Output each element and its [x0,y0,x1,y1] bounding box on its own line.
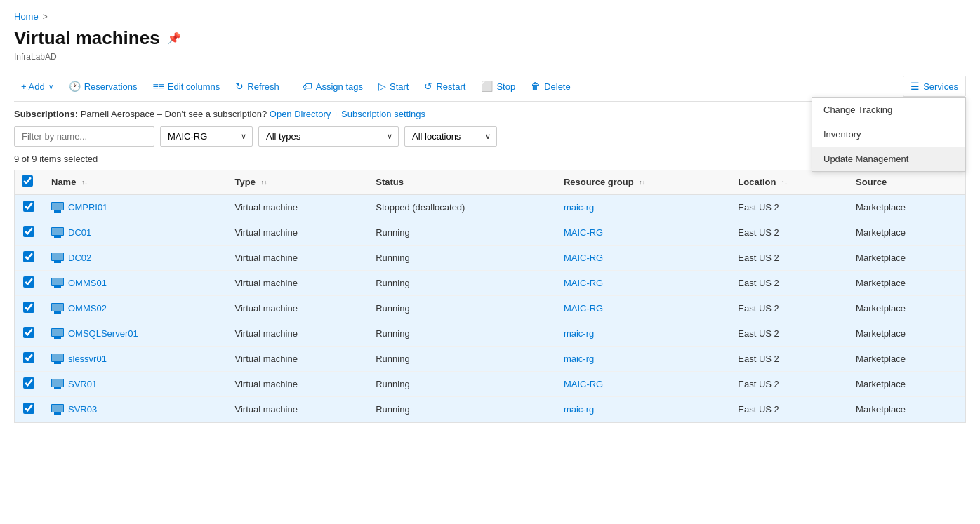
rg-link[interactable]: MAIC-RG [564,278,603,288]
row-name: OMSQLServer01 [43,321,227,347]
vm-name-link[interactable]: OMSQLServer01 [51,328,218,340]
row-checkbox[interactable] [23,201,34,212]
row-source: Marketplace [847,195,965,220]
svg-rect-29 [54,387,61,389]
refresh-icon: ↻ [235,81,244,92]
row-type: Virtual machine [227,246,368,271]
row-resource-group: maic-rg [555,347,729,372]
type-filter[interactable]: All types ∨ [258,126,399,147]
type-select[interactable]: All types [259,127,392,146]
services-button[interactable]: ☰ Services [903,76,966,97]
row-checkbox[interactable] [23,251,34,262]
row-type: Virtual machine [227,296,368,321]
add-button[interactable]: + Add ∨ [14,77,60,96]
row-resource-group: MAIC-RG [555,372,729,397]
row-checkbox[interactable] [23,226,34,237]
location-header: Location ↑↓ [729,170,847,195]
location-sort[interactable]: ↑↓ [781,180,788,186]
row-location: East US 2 [729,246,847,271]
rg-link[interactable]: maic-rg [564,404,594,415]
services-label: Services [923,81,958,92]
row-checkbox[interactable] [23,377,34,389]
name-sort[interactable]: ↑↓ [81,180,88,186]
rg-link[interactable]: maic-rg [564,328,594,339]
table-header-row: Name ↑↓ Type ↑↓ Status Resource group ↑↓… [15,170,965,195]
rg-link[interactable]: maic-rg [564,354,594,364]
vm-name-text: slessvr01 [68,354,107,364]
subscriptions-label: Subscriptions: [14,109,78,119]
row-checkbox[interactable] [23,276,34,288]
row-resource-group: MAIC-RG [555,271,729,296]
open-directory-link[interactable]: Open Directory + Subscription settings [270,109,425,119]
row-checkbox-cell[interactable] [15,347,43,372]
rg-link[interactable]: maic-rg [564,202,594,213]
row-checkbox-cell[interactable] [15,397,43,422]
pin-icon[interactable]: 📌 [167,32,181,45]
select-all-checkbox[interactable] [22,175,33,187]
vm-name-link[interactable]: SVR01 [51,379,218,390]
table-row: SVR01 Virtual machine Running MAIC-RG Ea… [15,372,965,397]
row-location: East US 2 [729,372,847,397]
restart-label: Restart [436,81,465,92]
svg-rect-7 [52,228,63,235]
row-checkbox[interactable] [23,327,34,338]
resource-group-select[interactable]: MAIC-RG [161,127,252,146]
breadcrumb-home[interactable]: Home [14,11,39,22]
vm-name-text: DC02 [68,253,91,263]
rg-link[interactable]: MAIC-RG [564,253,603,263]
resource-group-header: Resource group ↑↓ [555,170,729,195]
row-checkbox-cell[interactable] [15,271,43,296]
vm-name-link[interactable]: DC01 [51,227,218,239]
svg-rect-9 [54,261,61,263]
row-checkbox[interactable] [23,352,34,363]
assign-tags-button[interactable]: 🏷 Assign tags [296,76,370,96]
vm-name-text: OMSQLServer01 [68,328,138,339]
name-filter-input[interactable] [14,126,154,147]
reservations-button[interactable]: 🕐 Reservations [62,76,145,96]
row-resource-group: maic-rg [555,195,729,220]
vm-name-text: DC01 [68,227,91,238]
svg-rect-35 [52,405,63,412]
vm-name-link[interactable]: DC02 [51,253,218,264]
svg-rect-13 [54,286,61,288]
row-checkbox[interactable] [23,302,34,313]
rg-link[interactable]: MAIC-RG [564,303,603,314]
row-checkbox-cell[interactable] [15,321,43,347]
vm-name-link[interactable]: OMMS01 [51,278,218,289]
page-wrapper: Home > Virtual machines 📌 InfraLabAD + A… [0,0,980,434]
edit-columns-button[interactable]: ≡≡ Edit columns [146,76,227,96]
location-filter[interactable]: All locations ∨ [404,126,497,147]
location-select[interactable]: All locations [405,127,496,146]
type-sort[interactable]: ↑↓ [261,180,267,186]
dropdown-item-inventory[interactable]: Inventory [812,122,965,147]
stop-button[interactable]: ⬜ Stop [474,76,522,96]
row-checkbox-cell[interactable] [15,220,43,246]
row-checkbox-cell[interactable] [15,372,43,397]
start-button[interactable]: ▷ Start [371,76,416,96]
row-checkbox-cell[interactable] [15,296,43,321]
select-all-header[interactable] [15,170,43,195]
rg-link[interactable]: MAIC-RG [564,227,603,238]
row-checkbox-cell[interactable] [15,195,43,220]
row-checkbox-cell[interactable] [15,246,43,271]
restart-button[interactable]: ↺ Restart [417,76,472,96]
source-header: Source [847,170,965,195]
vm-name-text: SVR03 [68,404,97,415]
row-checkbox[interactable] [23,403,34,414]
page-subtitle: InfraLabAD [14,52,966,62]
rg-link[interactable]: MAIC-RG [564,379,603,389]
page-title: Virtual machines [14,27,160,49]
vm-name-text: CMPRI01 [68,202,107,213]
stop-icon: ⬜ [481,81,493,92]
dropdown-item-update-management[interactable]: Update Management [812,147,965,171]
vm-name-link[interactable]: slessvr01 [51,354,218,365]
dropdown-item-change-tracking[interactable]: Change Tracking [812,98,965,122]
name-header: Name ↑↓ [43,170,227,195]
vm-name-link[interactable]: CMPRI01 [51,202,218,213]
delete-button[interactable]: 🗑 Delete [524,76,578,96]
resource-group-filter[interactable]: MAIC-RG ∨ [160,126,253,147]
vm-name-link[interactable]: SVR03 [51,404,218,415]
rg-sort[interactable]: ↑↓ [639,180,645,186]
refresh-button[interactable]: ↻ Refresh [228,76,286,96]
vm-name-link[interactable]: OMMS02 [51,303,218,314]
